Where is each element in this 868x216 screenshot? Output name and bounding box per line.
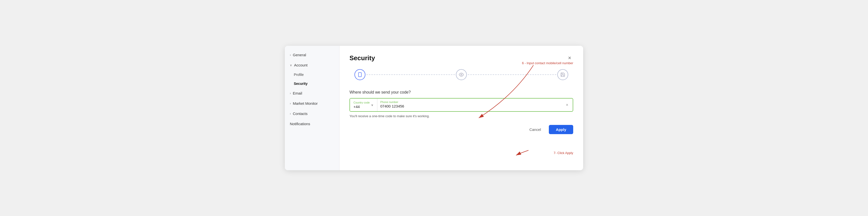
page-header: Security × <box>349 54 573 62</box>
phone-number-input[interactable] <box>380 104 570 108</box>
sidebar-item-security[interactable]: Security <box>285 79 339 88</box>
country-code-value: +44 <box>353 105 370 109</box>
cancel-button[interactable]: Cancel <box>525 125 546 134</box>
chevron-down-icon: ∨ <box>290 63 292 67</box>
svg-rect-0 <box>359 73 362 77</box>
sidebar-label-market-monitor: Market Monitor <box>293 101 318 106</box>
apply-button[interactable]: Apply <box>549 125 573 134</box>
sidebar-item-account[interactable]: ∨ Account <box>285 60 339 70</box>
step-eye-circle <box>456 69 467 80</box>
security-form: Where should we send your code? Country … <box>349 90 573 134</box>
steps-progress <box>349 69 573 80</box>
chevron-right-icon-email: › <box>290 91 291 95</box>
form-question: Where should we send your code? <box>349 90 573 94</box>
sidebar-item-general[interactable]: › General <box>285 50 339 60</box>
close-button[interactable]: × <box>566 54 573 62</box>
country-code-label: Country code <box>353 101 370 104</box>
chevron-right-icon: › <box>290 53 291 57</box>
sidebar-label-security: Security <box>294 82 308 86</box>
page-title: Security <box>349 54 375 62</box>
step-phone-circle <box>354 69 365 80</box>
sidebar-item-profile[interactable]: Profile <box>285 70 339 79</box>
sidebar-item-contacts[interactable]: › Contacts <box>285 108 339 119</box>
step-line-1 <box>366 74 455 75</box>
sidebar-item-notifications[interactable]: Notifications <box>285 119 339 129</box>
phone-number-label: Phone number <box>380 101 570 104</box>
step-save-circle <box>557 69 568 80</box>
actions-row: Cancel Apply <box>349 125 573 134</box>
main-content: Security × <box>340 46 583 170</box>
step-line-2 <box>468 74 556 75</box>
sidebar-label-email: Email <box>293 91 302 95</box>
chevron-right-icon-contacts: › <box>290 112 291 115</box>
sidebar-item-email[interactable]: › Email <box>285 88 339 98</box>
chevron-right-icon-market: › <box>290 102 291 105</box>
country-code-dropdown[interactable]: Country code +44 ∨ <box>350 99 377 111</box>
country-code-chevron-icon: ∨ <box>371 103 373 107</box>
svg-point-2 <box>461 74 462 75</box>
sidebar-label-account: Account <box>294 63 308 67</box>
sidebar: › General ∨ Account Profile Security › E… <box>285 46 340 170</box>
phone-input-group: Country code +44 ∨ Phone number × <box>349 98 573 112</box>
sidebar-item-market-monitor[interactable]: › Market Monitor <box>285 98 339 108</box>
phone-clear-button[interactable]: × <box>564 102 570 108</box>
hint-text: You'll receive a one-time code to make s… <box>349 114 573 118</box>
phone-number-section: Phone number × <box>377 99 573 111</box>
sidebar-label-general: General <box>293 53 306 57</box>
sidebar-label-notifications: Notifications <box>290 122 310 126</box>
sidebar-label-contacts: Contacts <box>293 111 308 116</box>
sidebar-label-profile: Profile <box>294 73 304 77</box>
annotation-apply-label: 7- Click Apply <box>554 151 573 155</box>
